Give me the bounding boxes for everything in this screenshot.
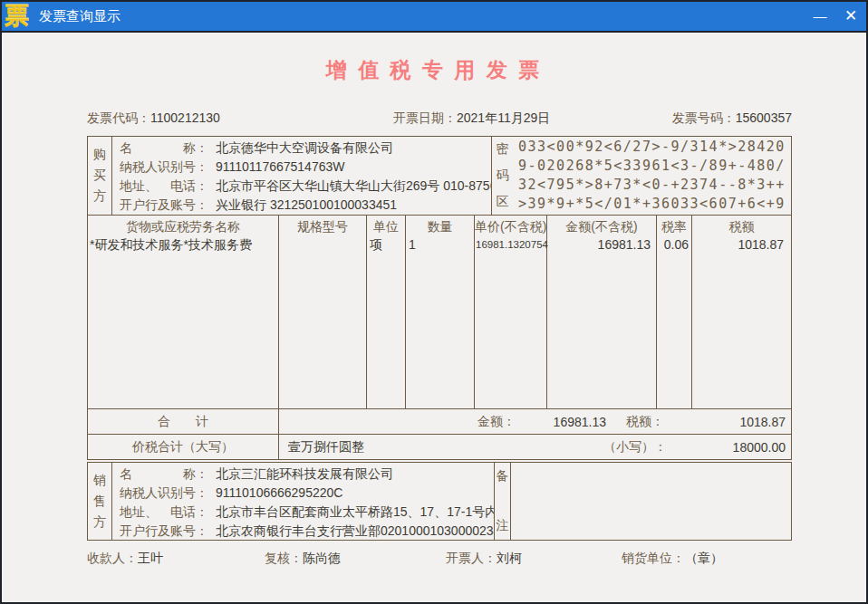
seller-party-char: 销 <box>93 473 106 489</box>
buyer-name-row: 名 称：北京德华中大空调设备有限公司 <box>120 139 491 158</box>
invoice-date-value: 2021年11月29日 <box>457 110 550 125</box>
totals-amount-label: 金额： <box>477 414 516 430</box>
password-line: 9-020268*5<33961<3-/89+-480/ <box>518 157 791 176</box>
totals-amount-value: 16981.13 <box>516 415 606 429</box>
buyer-name-value: 北京德华中大空调设备有限公司 <box>216 140 393 155</box>
seller-name-value: 北京三汇能环科技发展有限公司 <box>216 466 393 481</box>
invoice-date: 开票日期：2021年11月29日 <box>393 110 550 127</box>
buyer-bank-row: 开户行及账号：兴业银行 321250100100033451 <box>120 196 491 215</box>
password-label-char: 区 <box>497 194 509 210</box>
seller-name-label: 名 称： <box>120 466 208 481</box>
tax-amount-header: 税额 <box>692 216 791 235</box>
seller-address-row: 地址、 电话：北京市丰台区配套商业太平桥路15、17、17-1号内1 <box>120 503 494 522</box>
column-item-name: 货物或应税劳务名称 *研发和技术服务*技术服务费 <box>88 216 279 408</box>
minimize-icon: — <box>814 8 827 24</box>
invoice-viewer-window: 票 发票查询显示 — ✕ 增 值 税 专 用 发 票 发票代码：11002121… <box>0 0 868 604</box>
buyer-taxid-row: 纳税人识别号：91110117667514763W <box>120 158 491 177</box>
invoice-number-value: 15600357 <box>736 110 792 125</box>
column-unit: 单位 项 <box>367 216 406 408</box>
seller-fields: 名 称：北京三汇能环科技发展有限公司 纳税人识别号：91110106666295… <box>112 463 494 540</box>
tax-amount-cell: 1018.87 <box>692 235 791 254</box>
remark-label-char: 备 <box>497 468 509 484</box>
password-area: 033<00*92<6/27>-9/314*>28420 9-020268*5<… <box>513 137 791 215</box>
invoice-title: 增 值 税 专 用 发 票 <box>2 56 866 84</box>
grand-total-label: 价税合计（大写） <box>88 435 279 459</box>
tax-rate-header: 税率 <box>657 216 691 235</box>
grand-total-values: 壹万捌仟圆整 （小写）： 18000.00 <box>279 435 791 459</box>
buyer-party-char: 购 <box>93 147 106 163</box>
remark-label-char: 注 <box>497 518 509 534</box>
seller-seal-label: 销货单位： <box>622 551 685 565</box>
issuer-label: 开票人： <box>446 551 497 565</box>
seller-party-label: 销 售 方 <box>88 463 112 540</box>
issuer-value: 刘柯 <box>497 551 522 565</box>
unit-price-header: 单价(不含税) <box>475 216 546 235</box>
spec-header: 规格型号 <box>279 216 366 235</box>
amount-cell: 16981.13 <box>547 235 656 254</box>
totals-values: 金额： 16981.13 税额： 1018.87 <box>279 409 791 434</box>
totals-tax-label: 税额： <box>626 414 664 430</box>
invoice-code-label: 发票代码： <box>87 110 150 125</box>
payee-label: 收款人： <box>87 551 138 565</box>
tax-rate-cell: 0.06 <box>657 235 691 254</box>
grand-total-numeric-value: 18000.00 <box>667 440 791 455</box>
signature-row: 收款人：王叶 复核：陈尚德 开票人：刘柯 销货单位：（章） <box>87 551 792 569</box>
seller-taxid-value: 91110106666295220C <box>216 485 342 500</box>
invoice-ticket-icon: 票 <box>5 3 29 30</box>
seller-party-char: 售 <box>93 494 106 510</box>
totals-row: 合 计 金额： 16981.13 税额： 1018.87 <box>87 408 792 435</box>
seller-seal: 销货单位：（章） <box>622 551 723 567</box>
invoice-info-row: 发票代码：1100212130 开票日期：2021年11月29日 发票号码：15… <box>87 110 792 129</box>
column-amount: 金额(不含税) 16981.13 <box>547 216 657 408</box>
column-tax-rate: 税率 0.06 <box>657 216 692 408</box>
seller-bank-row: 开户行及账号：北京农商银行丰台支行营业部02010001030000234 <box>120 522 494 540</box>
grand-total-words: 壹万捌仟圆整 <box>279 439 364 455</box>
column-spec: 规格型号 <box>279 216 367 408</box>
close-icon: ✕ <box>844 7 857 24</box>
password-line: >39*9+*5</01*+36033<607+6<+9 <box>518 195 791 214</box>
invoice-code-value: 1100212130 <box>150 110 220 125</box>
payee: 收款人：王叶 <box>87 551 163 567</box>
invoice-date-label: 开票日期： <box>393 110 457 125</box>
totals-label: 合 计 <box>88 409 279 434</box>
seller-section: 销 售 方 名 称：北京三汇能环科技发展有限公司 纳税人识别号：91110106… <box>87 462 792 541</box>
password-area-label: 密 码 区 <box>491 137 513 215</box>
quantity-header: 数量 <box>406 216 474 235</box>
buyer-taxid-value: 91110117667514763W <box>216 159 344 174</box>
seller-address-value: 北京市丰台区配套商业太平桥路15、17、17-1号内1 <box>216 504 494 519</box>
seller-party-char: 方 <box>93 514 106 531</box>
seller-taxid-label: 纳税人识别号： <box>120 485 208 500</box>
password-label-char: 码 <box>497 168 509 184</box>
minimize-button[interactable]: — <box>806 2 834 31</box>
window-title: 发票查询显示 <box>39 8 121 25</box>
amount-header: 金额(不含税) <box>547 216 656 235</box>
close-button[interactable]: ✕ <box>837 2 864 31</box>
column-tax-amount: 税额 1018.87 <box>692 216 791 408</box>
reviewer-value: 陈尚德 <box>303 551 341 565</box>
reviewer: 复核：陈尚德 <box>265 551 341 567</box>
column-unit-price: 单价(不含税) 16981.1320754 <box>475 216 547 408</box>
buyer-fields: 名 称：北京德华中大空调设备有限公司 纳税人识别号：91110117667514… <box>112 137 491 215</box>
unit-price-cell: 16981.1320754 <box>475 235 546 254</box>
seller-seal-value: （章） <box>685 551 723 565</box>
issuer: 开票人：刘柯 <box>446 551 522 567</box>
password-label-char: 密 <box>497 141 509 158</box>
invoice-number: 发票号码：15600357 <box>672 110 792 127</box>
seller-name-row: 名 称：北京三汇能环科技发展有限公司 <box>120 465 494 484</box>
payee-value: 王叶 <box>138 551 163 565</box>
title-bar: 票 发票查询显示 — ✕ <box>2 2 866 33</box>
remark-label: 备 注 <box>494 463 511 540</box>
items-table: 货物或应税劳务名称 *研发和技术服务*技术服务费 规格型号 单位 项 数量 1 … <box>87 215 792 409</box>
buyer-address-value: 北京市平谷区大华山镇大华山大街269号 010-87564 <box>216 178 491 193</box>
grand-total-numeric-label: （小写）： <box>603 439 667 455</box>
buyer-taxid-label: 纳税人识别号： <box>120 159 208 174</box>
invoice-number-label: 发票号码： <box>672 110 736 125</box>
buyer-section: 购 买 方 名 称：北京德华中大空调设备有限公司 纳税人识别号：91110117… <box>87 136 792 216</box>
password-line: 32<795*>8+73*<0-+2374--8*3++ <box>518 176 791 195</box>
buyer-address-label: 地址、 电话： <box>120 178 208 193</box>
seller-taxid-row: 纳税人识别号：91110106666295220C <box>120 484 494 503</box>
quantity-cell: 1 <box>406 235 474 254</box>
buyer-party-label: 购 买 方 <box>88 137 112 215</box>
unit-header: 单位 <box>367 216 405 235</box>
grand-total-row: 价税合计（大写） 壹万捌仟圆整 （小写）： 18000.00 <box>87 434 792 460</box>
